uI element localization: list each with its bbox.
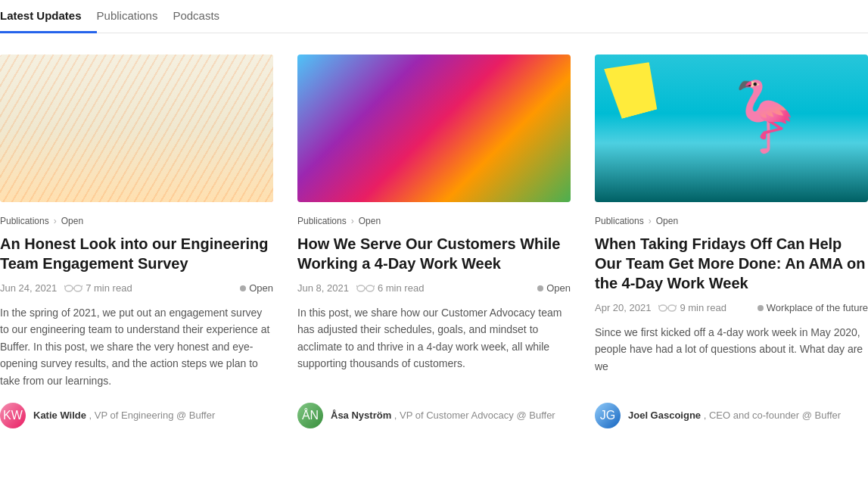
- svg-line-13: [658, 305, 659, 307]
- svg-point-11: [668, 305, 676, 311]
- article-image: [297, 55, 571, 202]
- article-card: Publications › Open When Taking Fridays …: [595, 55, 868, 428]
- article-image: [0, 55, 273, 202]
- article-title[interactable]: When Taking Fridays Off Can Help Our Tea…: [595, 234, 868, 293]
- svg-line-14: [676, 305, 677, 307]
- tag-dot: [758, 305, 764, 311]
- article-meta: Publications › Open: [0, 216, 273, 226]
- article-date: Jun 24, 2021: [0, 282, 57, 294]
- svg-point-5: [357, 285, 365, 291]
- author-name-title: Joel Gascoigne , CEO and co-founder @ Bu…: [628, 410, 841, 421]
- article-access: Open: [359, 216, 381, 226]
- article-excerpt: Since we first kicked off a 4-day work w…: [595, 324, 868, 375]
- article-image: [595, 55, 868, 202]
- tab-publications[interactable]: Publications: [97, 0, 173, 33]
- navigation-tabs: Latest UpdatesPublicationsPodcasts: [0, 0, 868, 33]
- article-excerpt: In the spring of 2021, we put out an eng…: [0, 304, 273, 389]
- author-title: , VP of Customer Advocacy @ Buffer: [394, 410, 555, 421]
- svg-line-3: [64, 285, 65, 287]
- article-title[interactable]: How We Serve Our Customers While Working…: [297, 234, 571, 273]
- author-avatar: KW: [0, 403, 26, 428]
- read-time: 6 min read: [356, 282, 424, 294]
- article-card: Publications › Open An Honest Look into …: [0, 55, 273, 428]
- article-author: ÅN Åsa Nyström , VP of Customer Advocacy…: [297, 403, 571, 428]
- article-meta: Publications › Open: [595, 216, 868, 226]
- article-excerpt: In this post, we share how our Customer …: [297, 304, 571, 372]
- author-title: , CEO and co-founder @ Buffer: [704, 410, 841, 421]
- article-tag: Open: [240, 282, 273, 294]
- glasses-icon: [658, 304, 677, 313]
- read-time: 9 min read: [658, 302, 726, 313]
- article-card: Publications › Open How We Serve Our Cus…: [297, 55, 571, 428]
- article-author: JG Joel Gascoigne , CEO and co-founder @…: [595, 403, 868, 428]
- author-avatar: ÅN: [297, 403, 323, 428]
- article-category: Publications: [297, 216, 347, 226]
- author-avatar: JG: [595, 403, 621, 428]
- article-access: Open: [61, 216, 83, 226]
- meta-separator: ›: [351, 216, 354, 226]
- article-author: KW Katie Wilde , VP of Engineering @ Buf…: [0, 403, 273, 428]
- meta-separator: ›: [649, 216, 652, 226]
- author-name: Åsa Nyström: [331, 410, 391, 421]
- articles-grid: Publications › Open An Honest Look into …: [0, 33, 868, 428]
- svg-point-0: [65, 285, 73, 291]
- article-tag: Workplace of the future: [758, 302, 868, 313]
- article-title[interactable]: An Honest Look into our Engineering Team…: [0, 234, 273, 273]
- article-tag: Open: [537, 282, 571, 294]
- glasses-icon: [356, 284, 375, 293]
- author-name-title: Åsa Nyström , VP of Customer Advocacy @ …: [331, 410, 555, 421]
- article-info: Apr 20, 2021 9 min read Workplace of the…: [595, 302, 868, 313]
- tag-dot: [537, 285, 543, 291]
- tab-latest[interactable]: Latest Updates: [0, 0, 97, 33]
- svg-point-10: [659, 305, 667, 311]
- meta-separator: ›: [54, 216, 57, 226]
- article-access: Open: [656, 216, 678, 226]
- tag-dot: [240, 285, 246, 291]
- author-title: , VP of Engineering @ Buffer: [89, 410, 216, 421]
- article-meta: Publications › Open: [297, 216, 571, 226]
- article-date: Jun 8, 2021: [297, 282, 349, 294]
- svg-line-8: [356, 285, 357, 287]
- article-info: Jun 24, 2021 7 min read Open: [0, 282, 273, 294]
- svg-point-6: [366, 285, 374, 291]
- author-name: Katie Wilde: [33, 410, 86, 421]
- article-category: Publications: [0, 216, 49, 226]
- article-date: Apr 20, 2021: [595, 302, 651, 313]
- tab-podcasts[interactable]: Podcasts: [173, 0, 235, 33]
- glasses-icon: [64, 284, 82, 293]
- svg-line-9: [374, 285, 375, 287]
- article-category: Publications: [595, 216, 644, 226]
- author-name-title: Katie Wilde , VP of Engineering @ Buffer: [33, 410, 215, 421]
- read-time: 7 min read: [64, 282, 132, 294]
- article-info: Jun 8, 2021 6 min read Open: [297, 282, 571, 294]
- svg-line-4: [82, 285, 82, 287]
- svg-point-1: [74, 285, 82, 291]
- author-name: Joel Gascoigne: [628, 410, 701, 421]
